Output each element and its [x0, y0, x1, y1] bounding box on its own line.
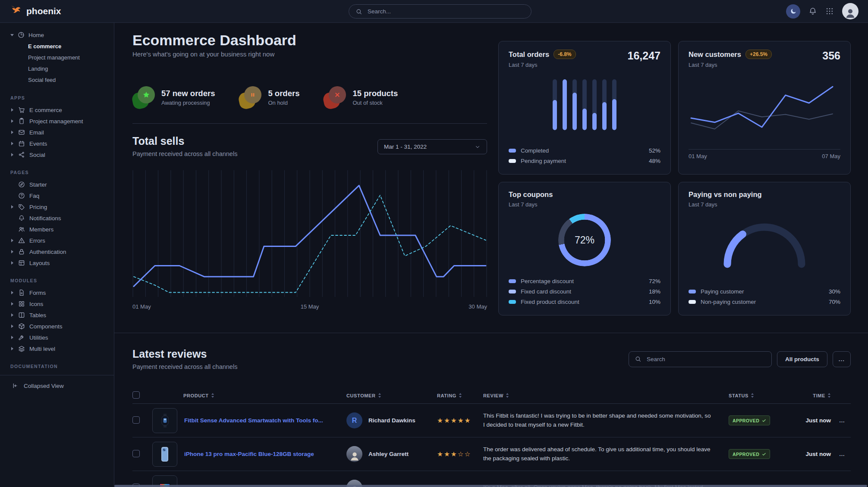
- reviews-search[interactable]: [629, 351, 772, 367]
- new-customers-value: 356: [822, 50, 840, 62]
- user-avatar[interactable]: [842, 3, 859, 19]
- tag-icon: [18, 203, 25, 210]
- select-all-checkbox[interactable]: [132, 391, 140, 399]
- product-thumbnail-iphone: [152, 442, 177, 467]
- all-products-filter-button[interactable]: All products: [777, 351, 827, 367]
- sidebar-item-icons[interactable]: Icons: [10, 298, 114, 309]
- brand-name: phoenix: [26, 6, 61, 16]
- apps-grid-icon[interactable]: [825, 7, 834, 16]
- reviews-table: PRODUCT CUSTOMER RATING REVIEW STATUS TI…: [132, 387, 851, 487]
- phoenix-logo-icon: [9, 5, 22, 18]
- reviews-more-button[interactable]: ...: [833, 351, 851, 367]
- pie-chart-icon: [18, 31, 25, 38]
- total-sells-line-chart: [132, 170, 487, 298]
- product-link[interactable]: iPhone 13 pro max-Pacific Blue-128GB sto…: [184, 451, 314, 457]
- sidebar-item-ecommerce-app[interactable]: E commerce: [10, 104, 114, 116]
- stats-divider: [132, 123, 487, 124]
- total-orders-card: Total orders -6.8% Last 7 days 16,247 Co…: [498, 41, 671, 175]
- sidebar-item-starter[interactable]: Starter: [10, 179, 114, 190]
- row-checkbox[interactable]: [132, 416, 140, 424]
- sidebar-item-project-management-dashboard[interactable]: Project management: [10, 52, 114, 63]
- sidebar-item-home[interactable]: Home: [10, 29, 114, 41]
- sidebar-item-forms[interactable]: Forms: [10, 287, 114, 298]
- layout-icon: [18, 259, 25, 266]
- legend-row: Pending payment 48%: [509, 156, 660, 166]
- top-coupons-card: Top coupons Last 7 days 72% Percentage d…: [498, 182, 671, 315]
- rating-stars: ★★★☆☆: [437, 450, 483, 458]
- total-sells-x-axis: 01 May 15 May 30 May: [132, 303, 487, 312]
- sidebar-item-email[interactable]: Email: [10, 127, 114, 138]
- column-header-status[interactable]: STATUS: [729, 393, 793, 398]
- sidebar-item-multi-level[interactable]: Multi level: [10, 343, 114, 354]
- latest-reviews-subtitle: Payment received across all channels: [132, 363, 237, 370]
- stat-new-orders: 57 new orders Awating processing: [132, 86, 215, 109]
- donut-center-label: 72%: [558, 214, 611, 266]
- column-header-rating[interactable]: RATING: [437, 393, 483, 398]
- sidebar-item-ecommerce-dashboard[interactable]: E commerce: [10, 41, 114, 52]
- notifications-bell-icon[interactable]: [808, 7, 817, 16]
- row-checkbox[interactable]: [132, 450, 140, 457]
- sidebar-section-modules: MODULES: [10, 278, 114, 283]
- legend-swatch: [509, 300, 516, 304]
- reviews-search-input[interactable]: [646, 356, 766, 363]
- total-sells-title: Total sells: [132, 135, 237, 147]
- global-search[interactable]: [349, 4, 531, 19]
- caret-right-icon: [11, 142, 13, 145]
- row-actions-button[interactable]: …: [833, 451, 851, 457]
- sidebar-item-project-management-app[interactable]: Project management: [10, 116, 114, 127]
- sidebar-item-components[interactable]: Components: [10, 321, 114, 332]
- brand-logo[interactable]: phoenix: [9, 5, 114, 18]
- trend-badge: +26.5%: [745, 50, 772, 59]
- page-subtitle: Here's what's going on at your business …: [132, 50, 487, 58]
- collapse-sidebar-button[interactable]: Collapsed View: [0, 375, 114, 389]
- legend-row: Paying customer 30%: [689, 286, 840, 297]
- sidebar-item-notifications[interactable]: Notifications: [10, 212, 114, 224]
- stat-orders-on-hold: 5 orders On hold: [239, 86, 299, 109]
- clipboard-icon: [18, 118, 25, 125]
- horizontal-scrollbar[interactable]: [114, 485, 867, 487]
- sidebar-item-members[interactable]: Members: [10, 224, 114, 235]
- product-link[interactable]: Fitbit Sense Advanced Smartwatch with To…: [184, 417, 323, 424]
- new-customers-line-chart: [689, 79, 835, 145]
- star-icon: [142, 91, 150, 99]
- check-icon: [762, 418, 766, 423]
- review-time: Just now: [793, 451, 833, 457]
- sidebar-item-label: Home: [28, 32, 44, 38]
- review-time: Just now: [793, 417, 833, 424]
- reviews-table-header: PRODUCT CUSTOMER RATING REVIEW STATUS TI…: [132, 387, 851, 404]
- column-header-review[interactable]: REVIEW: [483, 393, 729, 398]
- theme-toggle-button[interactable]: [786, 4, 800, 19]
- sidebar-item-social[interactable]: Social: [10, 149, 114, 160]
- column-header-customer[interactable]: CUSTOMER: [346, 393, 437, 398]
- sidebar-item-layouts[interactable]: Layouts: [10, 257, 114, 268]
- sidebar-item-errors[interactable]: Errors: [10, 235, 114, 246]
- sidebar-item-utilities[interactable]: Utilities: [10, 332, 114, 343]
- sidebar-item-social-feed[interactable]: Social feed: [10, 75, 114, 86]
- stat-out-of-stock: 15 products Out of stock: [324, 86, 398, 109]
- table-row: iPhone 13 pro max-Pacific Blue-128GB sto…: [132, 437, 851, 471]
- legend-row: Percentage discount 72%: [509, 276, 660, 286]
- caret-right-icon: [11, 108, 13, 112]
- global-search-input[interactable]: [367, 8, 525, 15]
- legend-swatch: [689, 300, 696, 304]
- sidebar-item-landing[interactable]: Landing: [10, 63, 114, 75]
- review-text: The order was delivered ahead of schedul…: [483, 445, 729, 463]
- sidebar-item-faq[interactable]: Faq: [10, 190, 114, 201]
- sidebar-item-authentication[interactable]: Authentication: [10, 246, 114, 257]
- caret-down-icon: [10, 34, 14, 36]
- date-range-select[interactable]: Mar 1 - 31, 2022: [377, 139, 487, 154]
- column-header-product[interactable]: PRODUCT: [152, 393, 346, 398]
- row-actions-button[interactable]: …: [833, 417, 851, 424]
- customer-avatar: R: [346, 412, 362, 428]
- smartwatch-image: [156, 412, 173, 429]
- question-circle-icon: [18, 192, 25, 199]
- person-icon: [349, 450, 361, 462]
- sidebar-item-pricing[interactable]: Pricing: [10, 201, 114, 212]
- sidebar-item-tables[interactable]: Tables: [10, 309, 114, 321]
- legend-swatch: [509, 290, 516, 293]
- caret-right-icon: [11, 261, 13, 265]
- users-icon: [18, 226, 25, 233]
- total-sells-subtitle: Payment received across all channels: [132, 150, 237, 157]
- sidebar-item-events[interactable]: Events: [10, 138, 114, 149]
- column-header-time[interactable]: TIME: [793, 393, 833, 398]
